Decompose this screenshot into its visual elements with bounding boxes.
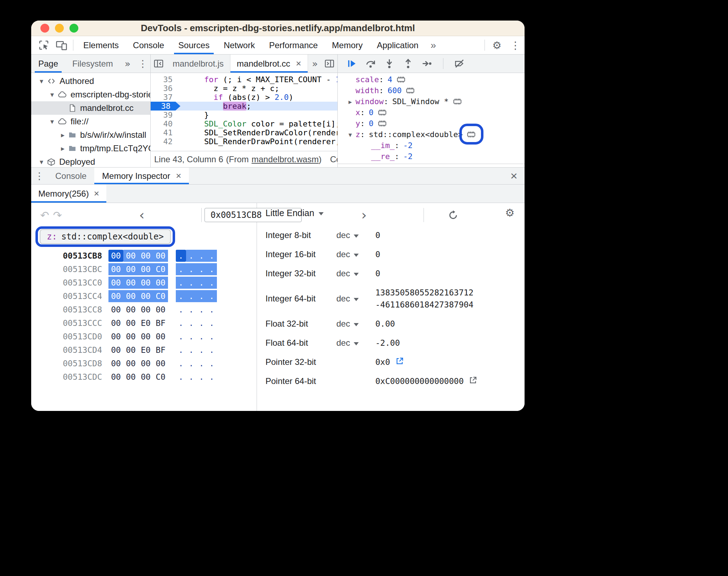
memory-byte[interactable]: 00 bbox=[153, 304, 168, 316]
main-tab-elements[interactable]: Elements bbox=[76, 36, 126, 54]
memory-icon[interactable] bbox=[397, 76, 405, 83]
memory-byte[interactable]: C0 bbox=[153, 290, 168, 302]
memory-tab[interactable]: Memory(256) × bbox=[31, 185, 106, 203]
drawer-tab-memory-inspector[interactable]: Memory Inspector × bbox=[94, 168, 189, 184]
format-select[interactable]: dec bbox=[336, 319, 375, 329]
memory-ascii-char[interactable]: . bbox=[176, 304, 186, 316]
memory-ascii-char[interactable]: . bbox=[196, 371, 207, 383]
memory-byte[interactable]: 00 bbox=[153, 357, 168, 369]
drawer-tab-console[interactable]: Console bbox=[47, 168, 94, 184]
call-stack-section-header[interactable]: Call Stack bbox=[338, 164, 525, 167]
tree-expanded-arrow-icon[interactable]: ▾ bbox=[36, 158, 47, 166]
memory-byte[interactable]: 00 bbox=[138, 304, 153, 316]
memory-byte[interactable]: 00 bbox=[138, 357, 153, 369]
memory-ascii-char[interactable]: . bbox=[207, 277, 217, 289]
tree-item-tmp-tmp-elctq2ygn[interactable]: ▸tmp/tmp.ELcTq2YGN bbox=[31, 142, 150, 155]
memory-byte[interactable]: 00 bbox=[153, 250, 168, 262]
memory-byte[interactable]: BF bbox=[153, 344, 168, 356]
scope-variable-y[interactable]: y:0 bbox=[338, 118, 525, 129]
main-tab-network[interactable]: Network bbox=[217, 36, 262, 54]
hide-navigator-icon[interactable] bbox=[151, 55, 166, 73]
scope-variable-scale[interactable]: scale:4 bbox=[338, 74, 525, 85]
memory-byte[interactable]: 00 bbox=[123, 290, 138, 302]
format-select[interactable]: dec bbox=[336, 294, 375, 304]
settings-gear-icon[interactable]: ⚙ bbox=[488, 36, 506, 54]
memory-ascii-char[interactable]: . bbox=[207, 304, 217, 316]
undo-icon[interactable]: ↶ bbox=[38, 208, 51, 222]
memory-ascii-char[interactable]: . bbox=[176, 344, 186, 356]
memory-ascii-char[interactable]: . bbox=[176, 277, 186, 289]
drawer-kebab-icon[interactable]: ⋮ bbox=[31, 168, 47, 184]
memory-ascii-char[interactable]: . bbox=[196, 277, 207, 289]
tree-item-emscripten-dbg-stories[interactable]: ▾emscripten-dbg-stories bbox=[31, 88, 150, 101]
memory-ascii-char[interactable]: . bbox=[186, 277, 196, 289]
scope-variable-z[interactable]: ▾z:std::complex<double> bbox=[338, 129, 525, 140]
format-select[interactable]: dec bbox=[336, 269, 375, 278]
execution-line-number[interactable]: 38 bbox=[151, 102, 180, 111]
tree-collapsed-arrow-icon[interactable]: ▸ bbox=[57, 144, 68, 153]
memory-byte[interactable]: 00 bbox=[108, 263, 123, 275]
main-tab-application[interactable]: Application bbox=[370, 36, 425, 54]
wasm-source-link[interactable]: mandelbrot.wasm bbox=[252, 154, 319, 164]
memory-ascii-char[interactable]: . bbox=[186, 263, 196, 275]
memory-highlight-chip[interactable]: z: std::complex<double> bbox=[40, 229, 171, 244]
jump-to-address-icon[interactable] bbox=[469, 376, 477, 386]
main-tab-performance[interactable]: Performance bbox=[262, 36, 325, 54]
step-button[interactable] bbox=[421, 58, 432, 69]
format-select[interactable]: dec bbox=[336, 230, 375, 240]
line-number[interactable]: 35 bbox=[151, 75, 180, 84]
memory-byte[interactable]: 00 bbox=[108, 371, 123, 383]
close-drawer-icon[interactable]: × bbox=[503, 168, 525, 184]
tree-expanded-arrow-icon[interactable]: ▾ bbox=[47, 117, 57, 126]
tree-item-deployed[interactable]: ▾Deployed bbox=[31, 155, 150, 167]
tree-item-file[interactable]: ▾file:// bbox=[31, 115, 150, 128]
memory-byte[interactable]: 00 bbox=[138, 277, 153, 289]
previous-page-icon[interactable]: ‹ bbox=[82, 208, 202, 222]
memory-icon[interactable] bbox=[406, 87, 415, 94]
memory-byte[interactable]: 00 bbox=[123, 317, 138, 329]
memory-ascii-char[interactable]: . bbox=[186, 250, 196, 262]
memory-ascii-char[interactable]: . bbox=[207, 290, 217, 302]
memory-byte[interactable]: E0 bbox=[138, 344, 153, 356]
tree-expanded-arrow-icon[interactable]: ▾ bbox=[36, 77, 47, 85]
memory-ascii-char[interactable]: . bbox=[186, 357, 196, 369]
scope-expanded-arrow-icon[interactable]: ▾ bbox=[345, 131, 355, 139]
memory-ascii-char[interactable]: . bbox=[186, 371, 196, 383]
memory-icon[interactable] bbox=[378, 109, 387, 116]
memory-byte[interactable]: 00 bbox=[108, 331, 123, 343]
memory-ascii-char[interactable]: . bbox=[176, 250, 186, 262]
memory-byte[interactable]: 00 bbox=[138, 290, 153, 302]
inspect-icon[interactable] bbox=[35, 36, 52, 54]
scope-variable-im[interactable]: __im_:-2 bbox=[338, 140, 525, 151]
main-tab-console[interactable]: Console bbox=[126, 36, 171, 54]
memory-ascii-char[interactable]: . bbox=[207, 317, 217, 329]
memory-byte[interactable]: 00 bbox=[138, 250, 153, 262]
memory-icon[interactable] bbox=[453, 98, 462, 105]
endianness-select[interactable]: Little Endian bbox=[265, 208, 324, 218]
line-number[interactable]: 40 bbox=[151, 119, 180, 128]
memory-byte[interactable]: 00 bbox=[108, 344, 123, 356]
scope-variable-x[interactable]: x:0 bbox=[338, 107, 525, 118]
tree-item-b-s-w-ir-x-w-install[interactable]: ▸b/s/w/ir/x/w/install bbox=[31, 128, 150, 142]
main-tab-memory[interactable]: Memory bbox=[325, 36, 370, 54]
memory-byte[interactable]: 00 bbox=[123, 331, 138, 343]
redo-icon[interactable]: ↷ bbox=[51, 208, 64, 222]
step-into-button[interactable] bbox=[384, 58, 395, 69]
memory-byte[interactable]: 00 bbox=[153, 331, 168, 343]
step-over-button[interactable] bbox=[365, 58, 376, 69]
memory-ascii-char[interactable]: . bbox=[176, 263, 186, 275]
tree-collapsed-arrow-icon[interactable]: ▸ bbox=[57, 131, 68, 139]
tree-item-mandelbrot-cc[interactable]: mandelbrot.cc bbox=[31, 101, 150, 115]
memory-ascii-char[interactable]: . bbox=[196, 357, 207, 369]
jump-to-address-icon[interactable] bbox=[395, 357, 404, 367]
memory-byte[interactable]: 00 bbox=[123, 304, 138, 316]
show-debugger-icon[interactable] bbox=[322, 55, 337, 73]
maximize-window-button[interactable] bbox=[69, 24, 78, 33]
memory-ascii-char[interactable]: . bbox=[186, 290, 196, 302]
memory-byte[interactable]: 00 bbox=[153, 277, 168, 289]
line-number[interactable]: 39 bbox=[151, 111, 180, 119]
memory-byte[interactable]: 00 bbox=[123, 277, 138, 289]
memory-ascii-char[interactable]: . bbox=[176, 357, 186, 369]
more-navigator-tabs-icon[interactable]: » bbox=[120, 55, 135, 73]
memory-ascii-char[interactable]: . bbox=[207, 357, 217, 369]
